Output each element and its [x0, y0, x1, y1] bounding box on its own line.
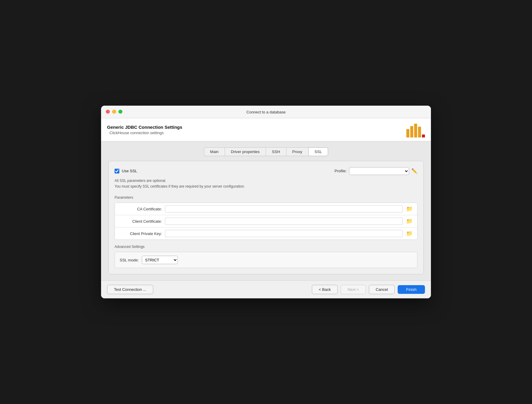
- app-logo: [406, 122, 425, 137]
- client-private-key-folder-button[interactable]: 📁: [405, 230, 414, 237]
- client-private-key-input[interactable]: [165, 230, 403, 237]
- use-ssl-row: Use SSL Profile: ✏️: [115, 167, 417, 175]
- ssl-info-line1: All SSL parameters are optional.: [115, 178, 417, 184]
- tabs-row: Main Driver properties SSH Proxy SSL: [108, 147, 424, 156]
- use-ssl-left: Use SSL: [115, 169, 137, 173]
- footer-left: Test Connection ...: [107, 285, 153, 294]
- finish-button[interactable]: Finish: [398, 285, 425, 294]
- ssl-mode-select[interactable]: STRICT NONE REQUIRE VERIFY_CA VERIFY_FUL…: [142, 256, 178, 264]
- profile-label: Profile:: [335, 169, 347, 173]
- tab-ssl[interactable]: SSL: [308, 147, 328, 156]
- use-ssl-checkbox[interactable]: [115, 169, 119, 173]
- logo-bar-2: [410, 126, 413, 137]
- footer-right: < Back Next > Cancel Finish: [312, 285, 425, 294]
- ssl-info-text: All SSL parameters are optional. You mus…: [115, 178, 417, 189]
- ssl-info-line2: You must specify SSL certificates if the…: [115, 184, 417, 189]
- client-private-key-row: Client Private Key: 📁: [115, 228, 417, 240]
- window-title: Connect to a database: [247, 110, 286, 114]
- titlebar: Connect to a database: [101, 106, 431, 118]
- next-button: Next >: [341, 285, 366, 294]
- use-ssl-label: Use SSL: [122, 169, 137, 173]
- tab-driver-properties[interactable]: Driver properties: [225, 147, 266, 156]
- advanced-section: SSL mode: STRICT NONE REQUIRE VERIFY_CA …: [115, 252, 417, 268]
- ca-certificate-row: CA Certificate: 📁: [115, 203, 417, 215]
- tab-main[interactable]: Main: [204, 147, 225, 156]
- ca-certificate-label: CA Certificate:: [118, 207, 165, 211]
- client-private-key-label: Client Private Key:: [118, 231, 165, 236]
- logo-bar-4: [418, 127, 421, 137]
- ssl-mode-label: SSL mode:: [120, 258, 139, 262]
- subtitle: ClickHouse connection settings: [109, 131, 182, 135]
- ssl-mode-row: SSL mode: STRICT NONE REQUIRE VERIFY_CA …: [120, 256, 412, 264]
- ssl-panel: Use SSL Profile: ✏️ All SSL parameters a…: [108, 161, 424, 274]
- logo-bar-1: [406, 129, 409, 137]
- test-connection-button[interactable]: Test Connection ...: [107, 285, 153, 294]
- params-section: CA Certificate: 📁 Client Certificate: 📁 …: [115, 203, 417, 240]
- main-window: Connect to a database Generic JDBC Conne…: [101, 106, 431, 298]
- tab-proxy[interactable]: Proxy: [286, 147, 308, 156]
- advanced-section-label: Advanced Settings: [115, 245, 417, 249]
- maximize-button[interactable]: [118, 110, 122, 114]
- tab-ssh[interactable]: SSH: [266, 147, 286, 156]
- profile-row: Profile: ✏️: [335, 167, 417, 175]
- footer: Test Connection ... < Back Next > Cancel…: [101, 280, 431, 298]
- ca-certificate-input[interactable]: [165, 205, 403, 213]
- client-certificate-input[interactable]: [165, 218, 403, 225]
- client-certificate-folder-button[interactable]: 📁: [405, 218, 414, 225]
- traffic-lights: [106, 110, 122, 114]
- logo-bar-3: [414, 124, 417, 137]
- close-button[interactable]: [106, 110, 110, 114]
- header: Generic JDBC Connection Settings ClickHo…: [101, 118, 431, 141]
- content-area: Main Driver properties SSH Proxy SSL Use…: [101, 141, 431, 280]
- main-title: Generic JDBC Connection Settings: [107, 125, 182, 130]
- client-certificate-label: Client Certificate:: [118, 219, 165, 224]
- pencil-icon[interactable]: ✏️: [411, 168, 417, 174]
- ca-certificate-folder-button[interactable]: 📁: [405, 205, 414, 213]
- header-left: Generic JDBC Connection Settings ClickHo…: [107, 125, 182, 135]
- back-button[interactable]: < Back: [312, 285, 338, 294]
- client-certificate-row: Client Certificate: 📁: [115, 215, 417, 228]
- params-section-label: Parameters: [115, 195, 417, 200]
- logo-bar-5: [422, 134, 425, 137]
- profile-select[interactable]: [349, 167, 409, 175]
- minimize-button[interactable]: [112, 110, 116, 114]
- cancel-button[interactable]: Cancel: [369, 285, 395, 294]
